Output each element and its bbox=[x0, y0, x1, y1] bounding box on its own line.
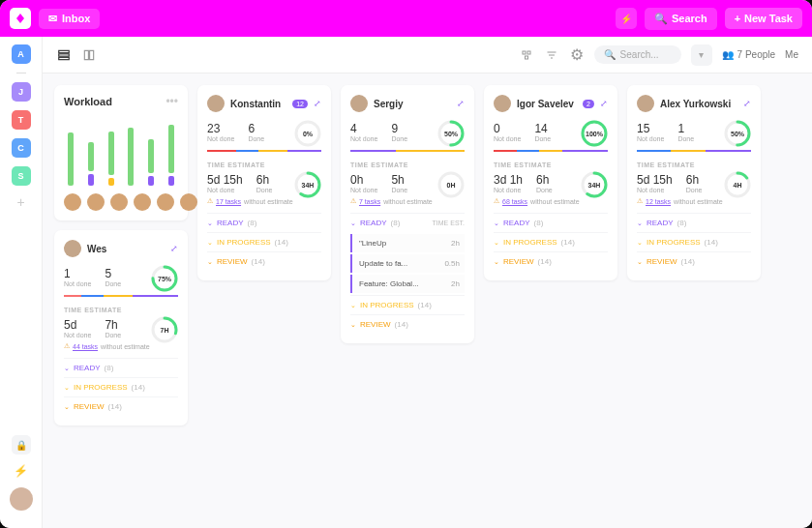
badge: 12 bbox=[292, 100, 308, 108]
tasks-without-estimate-link[interactable]: 17 tasks bbox=[216, 198, 241, 205]
warning-icon: ⚠ bbox=[494, 197, 499, 205]
avatar[interactable] bbox=[134, 193, 151, 211]
chevron-down-icon: ⌄ bbox=[350, 220, 356, 227]
sidebar-space-t[interactable]: T bbox=[12, 110, 31, 130]
tasks-without-estimate-link[interactable]: 68 tasks bbox=[502, 198, 527, 205]
plus-icon: + bbox=[735, 13, 740, 24]
chevron-down-icon: ⌄ bbox=[64, 365, 70, 372]
person-card-3: Igor Savelev2⤢ 0Not done 14Done 100% TIM… bbox=[484, 85, 617, 280]
inbox-button[interactable]: ✉ Inbox bbox=[39, 9, 100, 29]
svg-rect-5 bbox=[525, 56, 527, 59]
status-rev[interactable]: ⌄ REVIEW (14) bbox=[350, 314, 465, 334]
expand-icon[interactable]: ⤢ bbox=[457, 99, 465, 108]
gear-icon[interactable]: ⚙ bbox=[569, 47, 585, 63]
status-ready[interactable]: ⌄ READY (8) bbox=[637, 213, 751, 232]
new-task-button[interactable]: + New Task bbox=[725, 8, 802, 29]
status-prog[interactable]: ⌄ IN PROGRESS (14) bbox=[637, 232, 751, 251]
hierarchy-icon[interactable] bbox=[519, 47, 534, 63]
status-prog[interactable]: ⌄ IN PROGRESS (14) bbox=[64, 377, 178, 396]
task-item[interactable]: Update to fa...0.5h bbox=[350, 254, 465, 273]
tasks-without-estimate-link[interactable]: 12 tasks bbox=[646, 198, 671, 205]
warning-icon: ⚠ bbox=[64, 342, 70, 350]
chevron-down-icon: ⌄ bbox=[494, 258, 499, 266]
status-ready[interactable]: ⌄ READY (8) bbox=[494, 213, 608, 232]
app-logo[interactable] bbox=[10, 8, 31, 29]
people-count[interactable]: 👥 7 People bbox=[722, 49, 775, 60]
topbar: ✉ Inbox ⚡ 🔍 Search + New Task bbox=[0, 0, 812, 37]
status-ready[interactable]: ⌄ READY (8) bbox=[64, 358, 178, 377]
expand-icon[interactable]: ⤢ bbox=[743, 99, 751, 108]
bolt-icon[interactable]: ⚡ bbox=[14, 464, 28, 478]
avatar[interactable] bbox=[350, 95, 368, 112]
people-icon: 👥 bbox=[722, 49, 734, 60]
task-item[interactable]: Feature: Global...2h bbox=[350, 275, 465, 293]
sidebar-space-s[interactable]: S bbox=[12, 166, 31, 186]
status-prog[interactable]: ⌄ IN PROGRESS (14) bbox=[207, 232, 321, 251]
expand-icon[interactable]: ⤢ bbox=[600, 99, 608, 108]
avatar[interactable] bbox=[157, 193, 174, 211]
sidebar-space-j[interactable]: J bbox=[12, 82, 31, 102]
status-rev[interactable]: ⌄ REVIEW (14) bbox=[64, 396, 178, 416]
bolt-button[interactable]: ⚡ bbox=[616, 8, 637, 29]
avatar[interactable] bbox=[64, 193, 81, 211]
inbox-label: Inbox bbox=[62, 13, 90, 24]
workload-card: Workload••• bbox=[54, 85, 188, 220]
svg-rect-2 bbox=[59, 57, 70, 59]
avatar[interactable] bbox=[637, 95, 654, 112]
tasks-without-estimate-link[interactable]: 7 tasks bbox=[359, 198, 380, 205]
tasks-without-estimate-link[interactable]: 44 tasks bbox=[73, 343, 98, 350]
status-prog[interactable]: ⌄ IN PROGRESS (14) bbox=[494, 232, 608, 251]
workload-chart bbox=[64, 118, 178, 186]
more-icon[interactable]: ••• bbox=[165, 95, 178, 108]
filter-button[interactable]: ▾ bbox=[691, 44, 712, 66]
inbox-icon: ✉ bbox=[48, 13, 57, 25]
chevron-down-icon: ⌄ bbox=[350, 321, 356, 329]
chevron-down-icon: ⌄ bbox=[64, 384, 70, 392]
status-prog[interactable]: ⌄ IN PROGRESS (14) bbox=[350, 295, 465, 314]
avatar[interactable] bbox=[207, 95, 225, 112]
chevron-down-icon: ⌄ bbox=[637, 220, 643, 227]
expand-icon[interactable]: ⤢ bbox=[170, 244, 178, 253]
chevron-down-icon: ⌄ bbox=[637, 258, 643, 266]
warning-icon: ⚠ bbox=[207, 197, 213, 205]
person-name: Konstantin bbox=[230, 99, 286, 109]
chevron-down-icon: ⌄ bbox=[207, 239, 213, 247]
user-avatar[interactable] bbox=[10, 487, 33, 511]
chevron-down-icon: ⌄ bbox=[207, 220, 213, 227]
avatar[interactable] bbox=[64, 240, 81, 257]
search-icon: 🔍 bbox=[604, 49, 616, 60]
search-button[interactable]: 🔍 Search bbox=[645, 8, 717, 30]
search-input[interactable]: 🔍 Search... bbox=[594, 45, 681, 64]
search-label: Search bbox=[672, 13, 707, 24]
badge: 2 bbox=[583, 100, 594, 108]
chevron-down-icon: ⌄ bbox=[494, 239, 499, 247]
avatar[interactable] bbox=[110, 193, 128, 211]
avatar[interactable] bbox=[180, 193, 197, 211]
status-rev[interactable]: ⌄ REVIEW (14) bbox=[637, 251, 751, 271]
person-card-4: Alex Yurkowski⤢ 15Not done 1Done 50% TIM… bbox=[627, 85, 761, 280]
person-card-1: Konstantin12⤢ 23Not done 6Done 0% TIME E… bbox=[197, 85, 331, 280]
expand-icon[interactable]: ⤢ bbox=[314, 99, 321, 108]
me-filter[interactable]: Me bbox=[785, 49, 798, 60]
task-item[interactable]: "LineUp2h bbox=[350, 234, 465, 252]
add-space-button[interactable]: + bbox=[16, 194, 24, 210]
chevron-down-icon: ⌄ bbox=[207, 258, 213, 266]
status-rev[interactable]: ⌄ REVIEW (14) bbox=[494, 251, 608, 271]
status-ready[interactable]: ⌄ READY (8)TIME EST. bbox=[350, 213, 465, 232]
list-view-icon[interactable] bbox=[56, 47, 72, 63]
status-ready[interactable]: ⌄ READY (8) bbox=[207, 213, 321, 232]
avatar[interactable] bbox=[494, 95, 511, 112]
sort-icon[interactable] bbox=[544, 47, 559, 63]
search-icon: 🔍 bbox=[654, 13, 668, 25]
book-view-icon[interactable] bbox=[81, 47, 97, 63]
person-name: Wes bbox=[87, 244, 165, 254]
sidebar-space-a[interactable]: A bbox=[12, 44, 31, 64]
search-placeholder: Search... bbox=[620, 49, 659, 60]
warning-icon: ⚠ bbox=[637, 197, 643, 205]
avatar[interactable] bbox=[87, 193, 105, 211]
chevron-down-icon: ⌄ bbox=[64, 403, 70, 411]
board: Workload••• Wes⤢ 1Not done 5Done 75% TIM… bbox=[43, 73, 812, 528]
sidebar-space-c[interactable]: C bbox=[12, 138, 31, 158]
status-rev[interactable]: ⌄ REVIEW (14) bbox=[207, 251, 321, 271]
lock-icon[interactable]: 🔒 bbox=[12, 435, 31, 455]
